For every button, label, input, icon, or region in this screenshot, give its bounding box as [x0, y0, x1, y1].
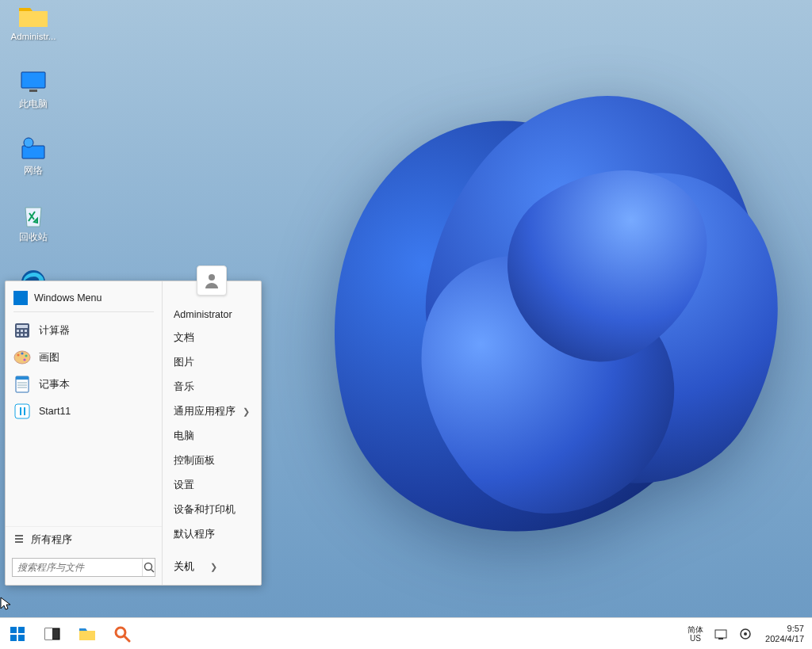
tray-settings-icon[interactable]	[733, 628, 757, 640]
link-label: 音乐	[174, 380, 194, 394]
svg-rect-33	[18, 635, 25, 641]
search-button[interactable]	[105, 618, 140, 650]
shutdown-button[interactable]: 关机 ❯	[163, 552, 261, 585]
svg-point-3	[24, 138, 33, 147]
link-pictures[interactable]: 图片	[163, 350, 261, 375]
desktop-icon-label: 此电脑	[7, 98, 59, 110]
all-programs-label: 所有程序	[31, 533, 72, 547]
folder-icon	[17, 2, 50, 30]
svg-rect-2	[22, 146, 44, 158]
svg-rect-32	[10, 635, 17, 641]
svg-rect-1	[29, 90, 37, 92]
link-universal-apps[interactable]: 通用应用程序 ❯	[163, 399, 261, 424]
svg-point-17	[23, 358, 25, 361]
windows-logo-icon	[10, 626, 25, 642]
start-menu: Windows Menu 计算器 画图	[5, 281, 262, 586]
link-label: 文档	[174, 331, 194, 345]
svg-point-27	[144, 563, 151, 571]
link-label: 默认程序	[174, 528, 215, 541]
ime-layout: US	[690, 634, 701, 643]
desktop-icon-administrator[interactable]: Administr...	[6, 2, 60, 63]
svg-rect-30	[10, 627, 17, 633]
start-button[interactable]	[0, 618, 35, 650]
svg-rect-31	[18, 627, 25, 633]
search-wrap	[6, 553, 162, 585]
svg-rect-35	[45, 628, 52, 639]
link-label: 设备和打印机	[174, 503, 236, 517]
desktop-icon-label: Administr...	[7, 32, 59, 41]
search-icon[interactable]	[142, 559, 155, 576]
shutdown-label: 关机	[174, 560, 194, 574]
start-menu-right-pane: Administrator 文档 图片 音乐 通用应用程序 ❯ 电脑 控制面板 …	[163, 281, 261, 585]
link-documents[interactable]: 文档	[163, 326, 261, 350]
user-avatar[interactable]	[197, 265, 227, 296]
file-explorer-button[interactable]	[70, 618, 105, 650]
network-icon	[17, 135, 50, 163]
desktop[interactable]: Administr... 此电脑 网络 回收站 Microsoft...	[0, 0, 812, 617]
system-tray: 简体 US 9:57 2024/4/17	[681, 618, 812, 649]
list-icon	[13, 534, 25, 546]
folder-icon	[79, 627, 96, 641]
svg-rect-11	[21, 334, 23, 336]
taskbar-left	[0, 618, 140, 649]
link-label: 电脑	[174, 429, 194, 443]
link-devices-printers[interactable]: 设备和打印机	[163, 498, 261, 522]
start-menu-header[interactable]: Windows Menu	[6, 281, 162, 311]
palette-icon	[13, 349, 31, 366]
start-app-paint[interactable]: 画图	[6, 344, 162, 371]
svg-rect-7	[17, 330, 19, 332]
svg-line-28	[151, 570, 154, 573]
task-view-button[interactable]	[35, 618, 70, 650]
link-label: 通用应用程序	[174, 405, 236, 418]
svg-rect-8	[21, 330, 23, 332]
ime-indicator[interactable]: 简体 US	[681, 625, 710, 643]
start-app-label: Start11	[39, 406, 71, 417]
link-label: 图片	[174, 356, 194, 369]
start-menu-apps-list: 计算器 画图 记事本	[6, 317, 162, 526]
link-settings[interactable]: 设置	[163, 473, 261, 498]
desktop-icon-label: 网络	[7, 165, 59, 177]
link-computer[interactable]: 电脑	[163, 424, 261, 449]
link-default-programs[interactable]: 默认程序	[163, 522, 261, 547]
start-menu-title: Windows Menu	[34, 292, 102, 304]
monitor-icon	[17, 68, 50, 97]
svg-line-37	[124, 636, 129, 641]
divider	[13, 311, 154, 312]
start-app-calculator[interactable]: 计算器	[6, 317, 162, 344]
link-control-panel[interactable]: 控制面板	[163, 449, 261, 473]
desktop-icon-network[interactable]: 网络	[6, 135, 60, 197]
svg-rect-9	[25, 330, 27, 332]
link-label: 设置	[174, 479, 194, 492]
cursor-icon	[0, 597, 13, 613]
clock-time: 9:57	[787, 624, 804, 634]
svg-rect-19	[16, 376, 29, 380]
clock-date: 2024/4/17	[765, 634, 804, 644]
windows-tile-icon	[13, 291, 28, 305]
tray-network-icon[interactable]	[710, 628, 733, 640]
svg-point-15	[21, 352, 23, 354]
tray-clock[interactable]: 9:57 2024/4/17	[757, 624, 812, 644]
ime-lang: 简体	[688, 625, 703, 634]
svg-point-14	[17, 353, 19, 356]
search-input[interactable]	[13, 562, 142, 573]
search-box[interactable]	[12, 558, 155, 577]
svg-rect-6	[17, 325, 28, 328]
taskbar: 简体 US 9:57 2024/4/17	[0, 617, 812, 649]
svg-rect-0	[21, 72, 45, 88]
user-link[interactable]: Administrator	[163, 304, 261, 326]
svg-point-16	[25, 354, 27, 357]
start-menu-left-pane: Windows Menu 计算器 画图	[6, 281, 163, 585]
svg-rect-38	[715, 630, 726, 638]
svg-rect-10	[17, 334, 19, 336]
all-programs-button[interactable]: 所有程序	[6, 526, 162, 553]
start11-icon	[13, 403, 31, 420]
start-app-notepad[interactable]: 记事本	[6, 371, 162, 398]
start-app-start11[interactable]: Start11	[6, 398, 162, 425]
user-name: Administrator	[174, 309, 232, 320]
desktop-icon-this-pc[interactable]: 此电脑	[6, 68, 60, 130]
svg-rect-23	[15, 404, 29, 418]
link-music[interactable]: 音乐	[163, 375, 261, 399]
task-view-icon	[44, 628, 60, 640]
desktop-icon-recycle-bin[interactable]: 回收站	[6, 201, 60, 263]
chevron-right-icon: ❯	[243, 407, 250, 417]
